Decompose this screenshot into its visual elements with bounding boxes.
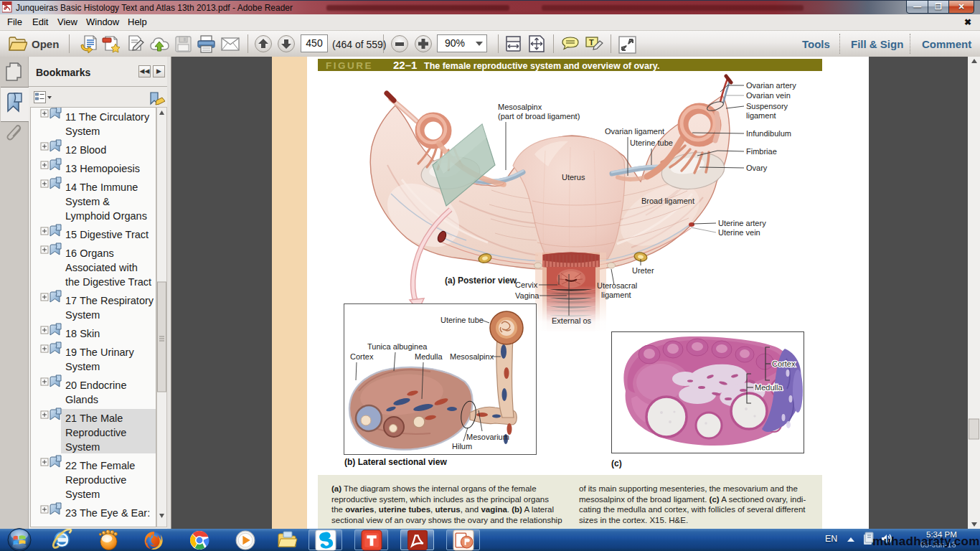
- svg-text:Uterine tube: Uterine tube: [440, 316, 484, 324]
- svg-text:16 Organs: 16 Organs: [65, 248, 114, 259]
- svg-text:ligament: ligament: [746, 111, 776, 120]
- svg-text:(c): (c): [611, 458, 622, 468]
- svg-text:Ureter: Ureter: [632, 266, 654, 275]
- svg-text:Infundibulum: Infundibulum: [746, 129, 791, 138]
- svg-text:Uterine tube: Uterine tube: [630, 138, 673, 147]
- svg-text:Reproductive: Reproductive: [65, 474, 126, 486]
- svg-text:T: T: [589, 38, 594, 47]
- svg-text:Mesosalpinx: Mesosalpinx: [450, 352, 494, 361]
- svg-text:System: System: [65, 361, 100, 372]
- svg-text:Hilum: Hilum: [452, 442, 472, 451]
- svg-text:21 The Male: 21 The Male: [65, 413, 123, 424]
- svg-text:11 The Circulatory: 11 The Circulatory: [65, 111, 150, 123]
- svg-text:20 Endocrine: 20 Endocrine: [65, 380, 126, 391]
- svg-text:External os: External os: [552, 316, 592, 325]
- svg-text:Reproductive: Reproductive: [65, 427, 126, 438]
- svg-text:Medulla: Medulla: [755, 383, 783, 392]
- svg-text:12 Blood: 12 Blood: [65, 144, 106, 156]
- svg-text:22 The Female: 22 The Female: [65, 460, 135, 471]
- svg-text:Broad ligament: Broad ligament: [641, 197, 694, 205]
- svg-text:14 The Immune: 14 The Immune: [65, 182, 138, 193]
- svg-text:(a) Posterior view: (a) Posterior view: [445, 276, 517, 286]
- svg-text:(b) Lateral sectional view: (b) Lateral sectional view: [344, 457, 447, 467]
- svg-text:Uterosacral: Uterosacral: [597, 281, 637, 290]
- svg-text:17 The Respiratory: 17 The Respiratory: [65, 295, 154, 306]
- svg-text:Associated with: Associated with: [65, 262, 138, 273]
- svg-text:Ovary: Ovary: [746, 164, 768, 172]
- svg-text:System &: System &: [65, 196, 110, 207]
- svg-text:System: System: [65, 441, 100, 453]
- svg-text:Ovarian vein: Ovarian vein: [746, 91, 791, 100]
- svg-text:ligament: ligament: [601, 291, 631, 299]
- svg-text:15 Digestive Tract: 15 Digestive Tract: [65, 229, 149, 240]
- svg-text:18 Skin: 18 Skin: [65, 328, 100, 339]
- svg-text:13 Hemopoiesis: 13 Hemopoiesis: [65, 163, 140, 174]
- svg-text:System: System: [65, 126, 100, 137]
- svg-text:Uterine artery: Uterine artery: [718, 219, 766, 227]
- svg-text:Mesovarium: Mesovarium: [466, 433, 509, 441]
- svg-text:Glands: Glands: [65, 394, 98, 405]
- svg-text:Vagina: Vagina: [515, 291, 540, 300]
- svg-text:Ovarian artery: Ovarian artery: [746, 81, 796, 90]
- svg-text:Suspensory: Suspensory: [746, 102, 788, 110]
- svg-text:Cortex: Cortex: [772, 359, 796, 368]
- svg-text:Cortex: Cortex: [350, 352, 374, 361]
- svg-text:Uterus: Uterus: [562, 173, 585, 182]
- svg-text:Lymphoid Organs: Lymphoid Organs: [65, 210, 147, 222]
- svg-text:(part of broad ligament): (part of broad ligament): [498, 112, 580, 121]
- svg-text:23 The Eye & Ear:: 23 The Eye & Ear:: [65, 507, 150, 519]
- svg-text:the Digestive Tract: the Digestive Tract: [65, 276, 151, 288]
- svg-text:Mesosalpinx: Mesosalpinx: [498, 103, 542, 111]
- svg-text:Cervix: Cervix: [515, 281, 538, 289]
- svg-text:System: System: [65, 489, 100, 500]
- svg-text:Fimbriae: Fimbriae: [746, 147, 777, 156]
- svg-text:Medulla: Medulla: [415, 352, 443, 361]
- svg-text:19 The Urinary: 19 The Urinary: [65, 347, 134, 358]
- svg-text:System: System: [65, 309, 100, 321]
- svg-text:Tunica albuginea: Tunica albuginea: [367, 342, 428, 351]
- svg-text:Ovarian ligament: Ovarian ligament: [605, 127, 664, 136]
- svg-text:Uterine vein: Uterine vein: [718, 228, 760, 237]
